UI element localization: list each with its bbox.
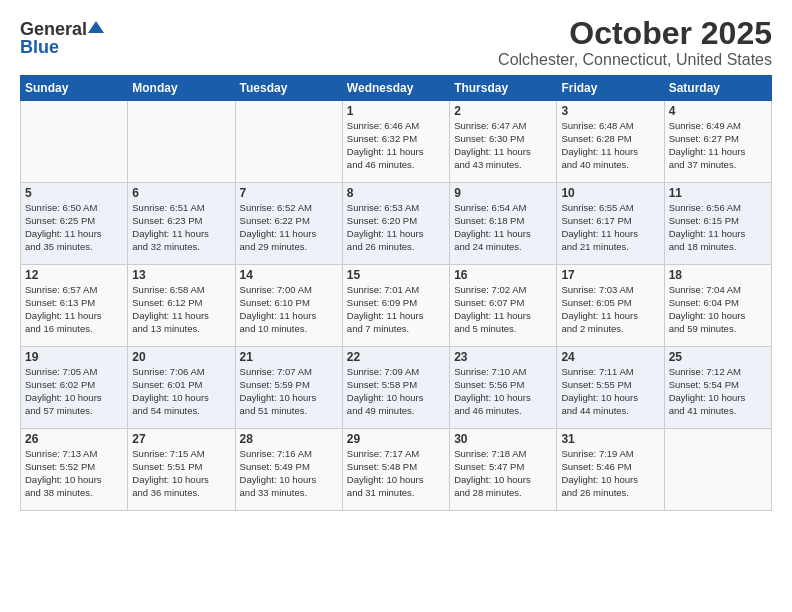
weekday-header-row: SundayMondayTuesdayWednesdayThursdayFrid… bbox=[21, 76, 772, 101]
day-info: Sunrise: 6:50 AM Sunset: 6:25 PM Dayligh… bbox=[25, 202, 123, 253]
day-info: Sunrise: 6:57 AM Sunset: 6:13 PM Dayligh… bbox=[25, 284, 123, 335]
day-info: Sunrise: 7:07 AM Sunset: 5:59 PM Dayligh… bbox=[240, 366, 338, 417]
day-number: 16 bbox=[454, 268, 552, 282]
day-number: 28 bbox=[240, 432, 338, 446]
day-number: 31 bbox=[561, 432, 659, 446]
calendar-cell: 12Sunrise: 6:57 AM Sunset: 6:13 PM Dayli… bbox=[21, 265, 128, 347]
calendar-cell: 22Sunrise: 7:09 AM Sunset: 5:58 PM Dayli… bbox=[342, 347, 449, 429]
day-number: 11 bbox=[669, 186, 767, 200]
location: Colchester, Connecticut, United States bbox=[498, 51, 772, 69]
day-info: Sunrise: 7:13 AM Sunset: 5:52 PM Dayligh… bbox=[25, 448, 123, 499]
logo-general-text: General bbox=[20, 20, 87, 38]
day-number: 27 bbox=[132, 432, 230, 446]
calendar-cell: 10Sunrise: 6:55 AM Sunset: 6:17 PM Dayli… bbox=[557, 183, 664, 265]
calendar-cell: 21Sunrise: 7:07 AM Sunset: 5:59 PM Dayli… bbox=[235, 347, 342, 429]
calendar-cell: 18Sunrise: 7:04 AM Sunset: 6:04 PM Dayli… bbox=[664, 265, 771, 347]
calendar-cell: 30Sunrise: 7:18 AM Sunset: 5:47 PM Dayli… bbox=[450, 429, 557, 511]
title-block: October 2025 Colchester, Connecticut, Un… bbox=[498, 16, 772, 69]
calendar-cell: 4Sunrise: 6:49 AM Sunset: 6:27 PM Daylig… bbox=[664, 101, 771, 183]
calendar-cell: 3Sunrise: 6:48 AM Sunset: 6:28 PM Daylig… bbox=[557, 101, 664, 183]
day-info: Sunrise: 6:52 AM Sunset: 6:22 PM Dayligh… bbox=[240, 202, 338, 253]
calendar-cell: 24Sunrise: 7:11 AM Sunset: 5:55 PM Dayli… bbox=[557, 347, 664, 429]
day-number: 22 bbox=[347, 350, 445, 364]
month-title: October 2025 bbox=[498, 16, 772, 51]
calendar-cell: 14Sunrise: 7:00 AM Sunset: 6:10 PM Dayli… bbox=[235, 265, 342, 347]
calendar-cell: 19Sunrise: 7:05 AM Sunset: 6:02 PM Dayli… bbox=[21, 347, 128, 429]
day-number: 14 bbox=[240, 268, 338, 282]
day-info: Sunrise: 7:10 AM Sunset: 5:56 PM Dayligh… bbox=[454, 366, 552, 417]
day-number: 9 bbox=[454, 186, 552, 200]
day-number: 10 bbox=[561, 186, 659, 200]
calendar-cell bbox=[664, 429, 771, 511]
day-number: 3 bbox=[561, 104, 659, 118]
weekday-header-tuesday: Tuesday bbox=[235, 76, 342, 101]
day-info: Sunrise: 7:16 AM Sunset: 5:49 PM Dayligh… bbox=[240, 448, 338, 499]
svg-marker-0 bbox=[88, 21, 104, 33]
calendar-table: SundayMondayTuesdayWednesdayThursdayFrid… bbox=[20, 75, 772, 511]
day-info: Sunrise: 6:54 AM Sunset: 6:18 PM Dayligh… bbox=[454, 202, 552, 253]
day-info: Sunrise: 7:12 AM Sunset: 5:54 PM Dayligh… bbox=[669, 366, 767, 417]
day-number: 17 bbox=[561, 268, 659, 282]
day-info: Sunrise: 7:05 AM Sunset: 6:02 PM Dayligh… bbox=[25, 366, 123, 417]
calendar-cell: 5Sunrise: 6:50 AM Sunset: 6:25 PM Daylig… bbox=[21, 183, 128, 265]
day-info: Sunrise: 7:19 AM Sunset: 5:46 PM Dayligh… bbox=[561, 448, 659, 499]
calendar-cell: 16Sunrise: 7:02 AM Sunset: 6:07 PM Dayli… bbox=[450, 265, 557, 347]
day-number: 7 bbox=[240, 186, 338, 200]
calendar-week-4: 19Sunrise: 7:05 AM Sunset: 6:02 PM Dayli… bbox=[21, 347, 772, 429]
day-info: Sunrise: 6:53 AM Sunset: 6:20 PM Dayligh… bbox=[347, 202, 445, 253]
calendar-cell: 6Sunrise: 6:51 AM Sunset: 6:23 PM Daylig… bbox=[128, 183, 235, 265]
day-info: Sunrise: 7:02 AM Sunset: 6:07 PM Dayligh… bbox=[454, 284, 552, 335]
day-number: 4 bbox=[669, 104, 767, 118]
logo: General Blue bbox=[20, 20, 104, 56]
day-number: 6 bbox=[132, 186, 230, 200]
day-number: 23 bbox=[454, 350, 552, 364]
day-info: Sunrise: 7:17 AM Sunset: 5:48 PM Dayligh… bbox=[347, 448, 445, 499]
weekday-header-saturday: Saturday bbox=[664, 76, 771, 101]
calendar-cell: 15Sunrise: 7:01 AM Sunset: 6:09 PM Dayli… bbox=[342, 265, 449, 347]
day-info: Sunrise: 7:01 AM Sunset: 6:09 PM Dayligh… bbox=[347, 284, 445, 335]
logo-icon bbox=[88, 19, 104, 35]
day-number: 15 bbox=[347, 268, 445, 282]
calendar-cell: 1Sunrise: 6:46 AM Sunset: 6:32 PM Daylig… bbox=[342, 101, 449, 183]
weekday-header-monday: Monday bbox=[128, 76, 235, 101]
weekday-header-friday: Friday bbox=[557, 76, 664, 101]
calendar-cell: 7Sunrise: 6:52 AM Sunset: 6:22 PM Daylig… bbox=[235, 183, 342, 265]
day-number: 25 bbox=[669, 350, 767, 364]
day-number: 19 bbox=[25, 350, 123, 364]
calendar-cell bbox=[128, 101, 235, 183]
day-number: 12 bbox=[25, 268, 123, 282]
day-info: Sunrise: 7:09 AM Sunset: 5:58 PM Dayligh… bbox=[347, 366, 445, 417]
day-info: Sunrise: 7:11 AM Sunset: 5:55 PM Dayligh… bbox=[561, 366, 659, 417]
calendar-cell: 2Sunrise: 6:47 AM Sunset: 6:30 PM Daylig… bbox=[450, 101, 557, 183]
day-number: 21 bbox=[240, 350, 338, 364]
day-info: Sunrise: 6:55 AM Sunset: 6:17 PM Dayligh… bbox=[561, 202, 659, 253]
calendar-cell: 17Sunrise: 7:03 AM Sunset: 6:05 PM Dayli… bbox=[557, 265, 664, 347]
logo-blue-text: Blue bbox=[20, 38, 59, 56]
calendar-week-2: 5Sunrise: 6:50 AM Sunset: 6:25 PM Daylig… bbox=[21, 183, 772, 265]
header: General Blue October 2025 Colchester, Co… bbox=[20, 16, 772, 69]
calendar-cell: 13Sunrise: 6:58 AM Sunset: 6:12 PM Dayli… bbox=[128, 265, 235, 347]
day-info: Sunrise: 7:04 AM Sunset: 6:04 PM Dayligh… bbox=[669, 284, 767, 335]
day-number: 29 bbox=[347, 432, 445, 446]
calendar-cell: 26Sunrise: 7:13 AM Sunset: 5:52 PM Dayli… bbox=[21, 429, 128, 511]
day-info: Sunrise: 7:18 AM Sunset: 5:47 PM Dayligh… bbox=[454, 448, 552, 499]
calendar-cell: 27Sunrise: 7:15 AM Sunset: 5:51 PM Dayli… bbox=[128, 429, 235, 511]
calendar-cell: 28Sunrise: 7:16 AM Sunset: 5:49 PM Dayli… bbox=[235, 429, 342, 511]
day-number: 5 bbox=[25, 186, 123, 200]
day-info: Sunrise: 6:46 AM Sunset: 6:32 PM Dayligh… bbox=[347, 120, 445, 171]
day-number: 30 bbox=[454, 432, 552, 446]
day-number: 8 bbox=[347, 186, 445, 200]
calendar-cell: 29Sunrise: 7:17 AM Sunset: 5:48 PM Dayli… bbox=[342, 429, 449, 511]
day-info: Sunrise: 6:47 AM Sunset: 6:30 PM Dayligh… bbox=[454, 120, 552, 171]
calendar-cell bbox=[235, 101, 342, 183]
day-number: 20 bbox=[132, 350, 230, 364]
day-number: 24 bbox=[561, 350, 659, 364]
page-container: General Blue October 2025 Colchester, Co… bbox=[0, 0, 792, 521]
day-number: 26 bbox=[25, 432, 123, 446]
calendar-cell: 20Sunrise: 7:06 AM Sunset: 6:01 PM Dayli… bbox=[128, 347, 235, 429]
calendar-cell: 9Sunrise: 6:54 AM Sunset: 6:18 PM Daylig… bbox=[450, 183, 557, 265]
calendar-cell: 11Sunrise: 6:56 AM Sunset: 6:15 PM Dayli… bbox=[664, 183, 771, 265]
calendar-week-3: 12Sunrise: 6:57 AM Sunset: 6:13 PM Dayli… bbox=[21, 265, 772, 347]
day-number: 2 bbox=[454, 104, 552, 118]
calendar-cell: 31Sunrise: 7:19 AM Sunset: 5:46 PM Dayli… bbox=[557, 429, 664, 511]
